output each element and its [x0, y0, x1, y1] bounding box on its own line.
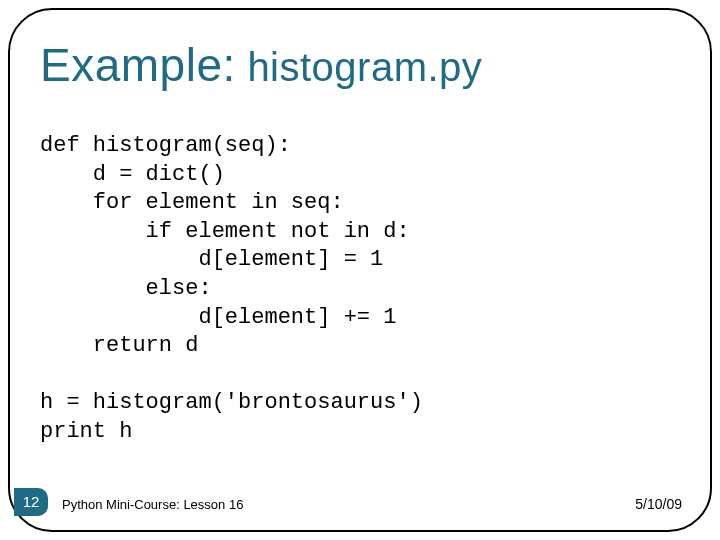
code-block: def histogram(seq): d = dict() for eleme… [40, 132, 423, 447]
title-filename: histogram.py [247, 45, 482, 89]
title-prefix: Example: [40, 39, 236, 91]
slide-title: Example: histogram.py [40, 38, 482, 92]
page-number: 12 [14, 488, 48, 516]
date-label: 5/10/09 [635, 496, 682, 512]
course-label: Python Mini-Course: Lesson 16 [62, 497, 243, 512]
footer: 12 Python Mini-Course: Lesson 16 5/10/09 [0, 488, 720, 516]
slide: Example: histogram.py def histogram(seq)… [0, 0, 720, 540]
